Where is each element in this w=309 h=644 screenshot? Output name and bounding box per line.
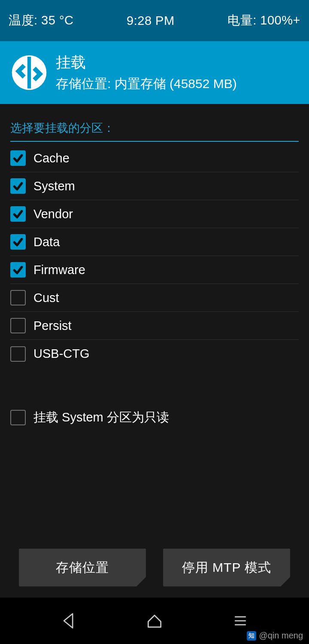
partition-row-system[interactable]: System xyxy=(10,172,299,200)
checkbox-cache[interactable] xyxy=(10,150,26,166)
partition-label: Cust xyxy=(33,291,59,305)
mtp-button-label: 停用 MTP 模式 xyxy=(182,559,271,577)
partition-label: USB-CTG xyxy=(33,347,90,361)
partition-row-firmware[interactable]: Firmware xyxy=(10,256,299,284)
partition-label: System xyxy=(33,179,75,193)
content-area: 选择要挂载的分区： CacheSystemVendorDataFirmwareC… xyxy=(0,104,309,598)
checkbox-vendor[interactable] xyxy=(10,206,26,222)
checkbox-persist[interactable] xyxy=(10,318,26,333)
nav-recent-button[interactable] xyxy=(215,608,266,634)
home-icon xyxy=(145,611,164,630)
checkbox-usb-ctg[interactable] xyxy=(10,346,26,362)
status-battery: 电量: 100%+ xyxy=(227,12,300,29)
partition-row-usb-ctg[interactable]: USB-CTG xyxy=(10,340,299,368)
checkbox-data[interactable] xyxy=(10,234,26,250)
section-title: 选择要挂载的分区： xyxy=(10,120,299,142)
mount-system-readonly-label: 挂载 System 分区为只读 xyxy=(33,409,169,426)
menu-icon xyxy=(231,611,250,630)
back-icon xyxy=(59,611,78,630)
checkbox-firmware[interactable] xyxy=(10,262,26,278)
partition-label: Firmware xyxy=(33,263,85,277)
mount-system-readonly-row[interactable]: 挂载 System 分区为只读 xyxy=(10,406,299,430)
partition-row-data[interactable]: Data xyxy=(10,228,299,256)
checkbox-system[interactable] xyxy=(10,178,26,194)
partition-label: Data xyxy=(33,235,60,249)
page-subtitle: 存储位置: 内置存储 (45852 MB) xyxy=(56,75,237,93)
status-time: 9:28 PM xyxy=(127,14,175,28)
nav-home-button[interactable] xyxy=(129,608,180,634)
partition-list: CacheSystemVendorDataFirmwareCustPersist… xyxy=(10,144,299,368)
twrp-logo-icon xyxy=(11,55,47,91)
storage-button-label: 存储位置 xyxy=(56,559,109,577)
checkbox-cust[interactable] xyxy=(10,290,26,305)
page-header: 挂载 存储位置: 内置存储 (45852 MB) xyxy=(0,41,309,104)
status-temperature: 温度: 35 °C xyxy=(9,12,73,29)
partition-row-cust[interactable]: Cust xyxy=(10,284,299,312)
mount-system-readonly-checkbox[interactable] xyxy=(10,410,26,425)
disable-mtp-button[interactable]: 停用 MTP 模式 xyxy=(163,549,290,586)
bottom-button-row: 存储位置 停用 MTP 模式 xyxy=(10,549,299,586)
partition-label: Vendor xyxy=(33,207,73,221)
nav-back-button[interactable] xyxy=(43,608,94,634)
storage-location-button[interactable]: 存储位置 xyxy=(19,549,146,586)
partition-row-persist[interactable]: Persist xyxy=(10,312,299,340)
status-bar: 温度: 35 °C 9:28 PM 电量: 100%+ xyxy=(0,0,309,41)
page-title: 挂载 xyxy=(56,52,237,73)
nav-bar xyxy=(0,598,309,644)
partition-label: Cache xyxy=(33,151,70,165)
partition-label: Persist xyxy=(33,319,72,333)
partition-row-cache[interactable]: Cache xyxy=(10,144,299,172)
partition-row-vendor[interactable]: Vendor xyxy=(10,200,299,228)
